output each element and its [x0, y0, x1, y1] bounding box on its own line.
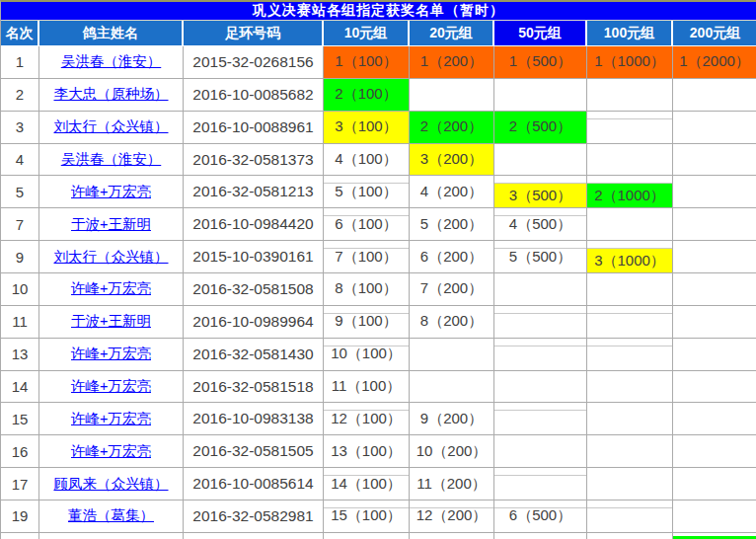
prize-cell: 15（100）: [324, 500, 410, 533]
rank-cell: 13: [1, 339, 39, 371]
prize-cell: [673, 306, 756, 339]
award-table-page: 巩义决赛站各组指定获奖名单（暂时） 名次鸽主姓名足环号码10元组20元组50元组…: [0, 0, 756, 539]
rank-cell: 3: [1, 112, 39, 144]
prize-cell: [410, 371, 494, 404]
ring-number-cell: 2016-10-0085682: [184, 79, 324, 112]
owner-link[interactable]: 于波+王新明: [71, 312, 151, 331]
prize-cell: 1（2000）: [673, 46, 756, 79]
prize-cell: 9（200）: [410, 403, 494, 435]
table-row: 3刘太行（众兴镇）2016-10-00889613（100）2（200）2（50…: [1, 112, 756, 144]
table-header: 名次鸽主姓名足环号码10元组20元组50元组100元组200元组: [1, 21, 756, 46]
prize-cell: [587, 468, 673, 500]
prize-cell: 11（200）: [410, 468, 494, 500]
column-header-3: 足环号码: [184, 21, 324, 46]
column-header-2: 鸽主姓名: [39, 21, 184, 46]
column-header-7: 100元组: [587, 21, 673, 46]
rank-cell: 19: [1, 500, 39, 533]
owner-cell: 刘太行（众兴镇）: [39, 112, 184, 144]
rank-cell: 1: [1, 46, 39, 79]
partial-cell: [39, 533, 184, 539]
prize-cell: 3（200）: [410, 144, 494, 177]
prize-cell: [587, 144, 673, 177]
prize-cell: [587, 273, 673, 306]
owner-link[interactable]: 许峰+万宏亮: [71, 279, 151, 298]
prize-cell: [587, 403, 673, 435]
ring-number-cell: 2016-10-0989964: [184, 306, 324, 339]
prize-cell: 3（1000）: [587, 241, 673, 273]
prize-cell: [410, 339, 494, 371]
rank-cell: 17: [1, 468, 39, 500]
owner-link[interactable]: 李大忠（原种场）: [54, 85, 169, 104]
prize-cell: [587, 112, 673, 144]
ring-number-cell: 2016-10-0983138: [184, 403, 324, 435]
prize-cell: 7（100）: [324, 241, 410, 273]
owner-link[interactable]: 许峰+万宏亮: [71, 345, 151, 363]
owner-link[interactable]: 许峰+万宏亮: [71, 377, 151, 396]
owner-link[interactable]: 顾凤来（众兴镇）: [54, 475, 169, 494]
prize-cell: [587, 371, 673, 404]
owner-cell: 许峰+万宏亮: [39, 273, 184, 306]
prize-cell: 3（100）: [324, 112, 410, 144]
owner-cell: 刘太行（众兴镇）: [39, 241, 184, 273]
ring-number-cell: 2016-32-0581505: [184, 435, 324, 468]
ring-number-cell: 2016-32-0582981: [184, 500, 324, 533]
rank-cell: 7: [1, 208, 39, 241]
owner-cell: 顾凤来（众兴镇）: [39, 468, 184, 500]
prize-cell: [673, 500, 756, 533]
prize-cell: [673, 112, 756, 144]
owner-cell: 董浩（葛集）: [39, 500, 184, 533]
ring-number-cell: 2016-32-0581430: [184, 339, 324, 371]
prize-cell: [673, 79, 756, 112]
prize-cell: [587, 500, 673, 533]
owner-link[interactable]: 吴洪春（淮安）: [61, 52, 162, 71]
prize-cell: [673, 468, 756, 500]
prize-cell: [587, 435, 673, 468]
prize-cell: [673, 403, 756, 435]
prize-cell: [494, 468, 587, 500]
prize-cell: 7（200）: [410, 273, 494, 306]
ring-number-cell: 2015-32-0268156: [184, 46, 324, 79]
owner-cell: 吴洪春（淮安）: [39, 46, 184, 79]
partial-next-row: [1, 533, 756, 539]
table-row: 11于波+王新明2016-10-09899649（100）8（200）: [1, 306, 756, 339]
prize-cell: 6（100）: [324, 208, 410, 241]
owner-link[interactable]: 许峰+万宏亮: [71, 442, 151, 461]
ring-number-cell: 2016-10-0088961: [184, 112, 324, 144]
prize-cell: 8（100）: [324, 273, 410, 306]
owner-link[interactable]: 于波+王新明: [71, 215, 151, 234]
owner-cell: 许峰+万宏亮: [39, 339, 184, 371]
prize-cell: [494, 144, 587, 177]
partial-cell: [587, 533, 673, 539]
prize-cell: [494, 435, 587, 468]
table-row: 2李大忠（原种场）2016-10-00856822（100）: [1, 79, 756, 112]
prize-cell: 2（500）: [494, 112, 587, 144]
owner-link[interactable]: 刘太行（众兴镇）: [54, 248, 169, 267]
prize-fill: 3（1000）: [587, 249, 672, 272]
owner-link[interactable]: 许峰+万宏亮: [71, 183, 151, 201]
ring-number-cell: 2016-32-0581373: [184, 144, 324, 177]
prize-cell: [494, 79, 587, 112]
prize-cell: 5（100）: [324, 176, 410, 208]
owner-cell: 于波+王新明: [39, 306, 184, 339]
owner-cell: 许峰+万宏亮: [39, 435, 184, 468]
prize-cell: 6（500）: [494, 500, 587, 533]
prize-cell: 5（500）: [494, 241, 587, 273]
next-row-green-cell-top: [673, 536, 756, 539]
owner-link[interactable]: 许峰+万宏亮: [71, 410, 151, 428]
prize-cell: 10（200）: [410, 435, 494, 468]
prize-cell: 2（200）: [410, 112, 494, 144]
owner-link[interactable]: 董浩（葛集）: [68, 506, 154, 525]
page-title: 巩义决赛站各组指定获奖名单（暂时）: [1, 2, 756, 21]
ring-number-cell: 2016-10-0984420: [184, 208, 324, 241]
column-header-5: 20元组: [410, 21, 494, 46]
prize-cell: [673, 144, 756, 177]
owner-link[interactable]: 刘太行（众兴镇）: [54, 117, 169, 136]
prize-cell: [587, 306, 673, 339]
table-row: 10许峰+万宏亮2016-32-05815088（100）7（200）: [1, 273, 756, 306]
owner-link[interactable]: 吴洪春（淮安）: [61, 150, 162, 169]
prize-cell: [673, 208, 756, 241]
rank-cell: 16: [1, 435, 39, 468]
owner-cell: 吴洪春（淮安）: [39, 144, 184, 177]
ring-number-cell: 2015-10-0390161: [184, 241, 324, 273]
table-body: 1吴洪春（淮安）2015-32-02681561（100）1（200）1（500…: [1, 46, 756, 533]
